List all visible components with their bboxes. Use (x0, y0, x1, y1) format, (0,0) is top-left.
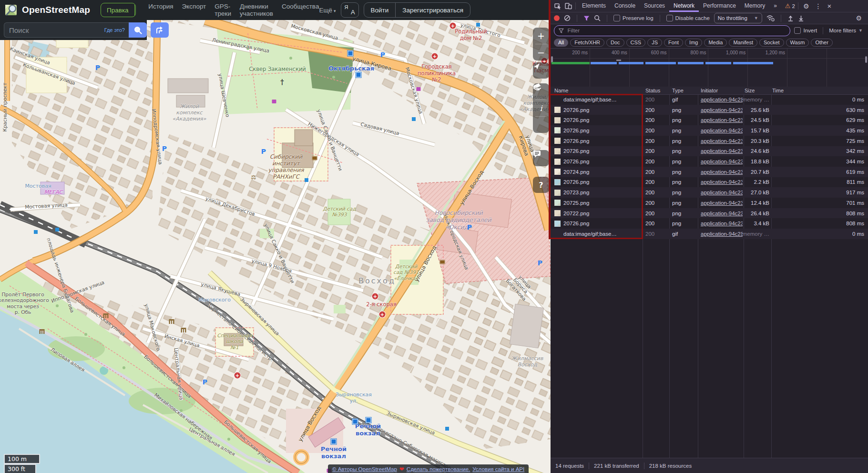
filter-chip-other[interactable]: Other (811, 39, 833, 47)
throttling-select[interactable]: No throttling ▼ (714, 13, 762, 23)
filter-chip-manifest[interactable]: Manifest (729, 39, 757, 47)
table-row[interactable]: 20726.png200pngapplication-94c233e…24.5 … (551, 115, 868, 125)
request-time: 917 ms (817, 190, 864, 195)
where-is-this-link[interactable]: Где это? (104, 27, 125, 33)
invert-toggle[interactable]: Invert (794, 27, 817, 34)
add-note-button[interactable] (533, 150, 549, 166)
table-row[interactable]: 20726.png200pngapplication-94c233e…25.6 … (551, 105, 868, 115)
edit-button-label[interactable]: Правка (101, 7, 134, 14)
donate-link[interactable]: Сделать пожертвование. (407, 466, 470, 472)
filter-chip-socket[interactable]: Socket (759, 39, 784, 47)
disable-cache-toggle[interactable]: Disable cache (666, 15, 710, 21)
table-row[interactable]: 20722.png200pngapplication-94c233e…26.4 … (551, 208, 868, 219)
tile-thumbnail (554, 179, 561, 185)
preserve-log-checkbox[interactable] (613, 15, 620, 21)
osm-logo-icon[interactable] (5, 3, 18, 17)
directions-button[interactable] (151, 22, 169, 38)
table-row[interactable]: 20726.png200pngapplication-94c233e…2.2 k… (551, 177, 868, 188)
attribution-authors-link[interactable]: © Авторы OpenStreetMap (332, 466, 397, 472)
tab-console[interactable]: Console (610, 0, 640, 12)
login-button[interactable]: Войти (364, 7, 396, 14)
search-button[interactable] (129, 22, 147, 38)
nav-link-4[interactable]: Сообщества (282, 3, 319, 17)
more-menu[interactable]: Ещё▾ (319, 7, 336, 14)
zoom-out-button[interactable]: − (533, 44, 549, 60)
table-row[interactable]: 20724.png200pngapplication-94c233e…20.7 … (551, 167, 868, 177)
network-settings-button[interactable]: ⚙ (853, 14, 865, 22)
network-overview[interactable]: 200 ms400 ms600 ms800 ms1,000 ms1,200 ms (551, 49, 868, 89)
locate-button[interactable] (533, 62, 549, 79)
filter-chip-doc[interactable]: Doc (606, 39, 624, 47)
overview-right-handle[interactable] (865, 56, 867, 63)
filter-chip-fetch/xhr[interactable]: Fetch/XHR (570, 39, 604, 47)
filter-chip-media[interactable]: Media (704, 39, 727, 47)
nav-link-3[interactable]: Дневники участников (240, 3, 273, 17)
table-row[interactable]: 20726.png200pngapplication-94c233e…20.3 … (551, 136, 868, 146)
filter-funnel-icon[interactable] (583, 15, 590, 21)
nav-link-0[interactable]: История (148, 3, 173, 17)
request-name: 20725.png (563, 200, 589, 206)
terms-link[interactable]: Условия сайта и API (472, 466, 524, 472)
tab-elements[interactable]: Elements (578, 0, 610, 12)
clear-button[interactable] (564, 15, 571, 21)
table-row[interactable]: data:image/gif;base…200gifapplication-94… (551, 229, 868, 239)
inspect-element-button[interactable] (552, 1, 563, 11)
search-network-button[interactable] (594, 15, 601, 21)
nav-link-1[interactable]: Экспорт (182, 3, 206, 17)
help-button[interactable]: ? (533, 177, 549, 193)
nav-link-2[interactable]: GPS-треки (214, 3, 231, 17)
record-button[interactable] (554, 15, 560, 21)
request-status: 200 (645, 159, 668, 164)
network-filter-input[interactable] (567, 27, 786, 34)
tile-thumbnail (554, 231, 561, 237)
table-row[interactable]: 20723.png200pngapplication-94c233e…27.0 … (551, 187, 868, 198)
zoom-in-button[interactable]: + (533, 28, 549, 44)
warning-icon[interactable]: ⚠ (785, 2, 791, 10)
filter-chip-font[interactable]: Font (664, 39, 683, 47)
legend-button[interactable]: i (533, 100, 549, 116)
request-status: 200 (645, 128, 668, 133)
column-header-size[interactable]: Size (745, 87, 755, 94)
table-row[interactable]: 20726.png200pngapplication-94c233e…24.6 … (551, 146, 868, 157)
devtools-menu-button[interactable]: ⋮ (812, 2, 824, 10)
column-header-type[interactable]: Type (672, 87, 684, 94)
filter-chip-css[interactable]: CSS (626, 39, 646, 47)
network-conditions-button[interactable] (766, 15, 775, 21)
invert-checkbox[interactable] (794, 27, 801, 34)
more-label[interactable]: Ещё (319, 7, 332, 14)
share-button[interactable] (533, 117, 549, 133)
column-header-time[interactable]: Time (772, 87, 784, 94)
filter-chip-wasm[interactable]: Wasm (786, 39, 809, 47)
translate-button[interactable]: Я A (341, 2, 359, 18)
tab-network[interactable]: Network (669, 0, 699, 12)
tab-performance[interactable]: Performance (699, 0, 740, 12)
filter-chip-img[interactable]: Img (685, 39, 702, 47)
table-row[interactable]: data:image/gif;base…200gifapplication-94… (551, 94, 868, 105)
devtools-close-button[interactable]: × (824, 2, 834, 10)
edit-dropdown-caret[interactable]: ▾ (134, 3, 136, 17)
chevron-down-icon: ▼ (754, 16, 758, 20)
device-toolbar-button[interactable] (563, 1, 573, 11)
disable-cache-checkbox[interactable] (666, 15, 673, 21)
table-row[interactable]: 20726.png200pngapplication-94c233e…18.8 … (551, 156, 868, 167)
devtools-settings-button[interactable]: ⚙ (800, 2, 812, 10)
table-row[interactable]: 20726.png200pngapplication-94c233e…15.7 … (551, 125, 868, 136)
filter-chip-all[interactable]: All (554, 39, 568, 47)
more-tabs-button[interactable]: » (769, 0, 781, 12)
more-filters-button[interactable]: More filters ▼ (829, 28, 865, 33)
export-har-button[interactable] (798, 15, 804, 21)
signup-button[interactable]: Зарегистрироваться (395, 3, 470, 17)
preserve-log-toggle[interactable]: Preserve log (613, 15, 654, 21)
import-har-button[interactable] (787, 15, 794, 21)
table-row[interactable]: 20725.png200pngapplication-94c233e…12.4 … (551, 198, 868, 208)
edit-button[interactable]: Правка ▾ (101, 3, 136, 17)
table-row[interactable]: 20726.png200pngapplication-94c233e…3.4 k… (551, 218, 868, 229)
map-canvas[interactable]: Московская улицаМосковская улицаЛенингра… (0, 20, 551, 473)
tab-memory[interactable]: Memory (740, 0, 769, 12)
column-header-initiator[interactable]: Initiator (701, 87, 718, 94)
warning-count[interactable]: 2 (792, 3, 795, 9)
tab-sources[interactable]: Sources (640, 0, 669, 12)
column-header-status[interactable]: Status (645, 87, 660, 94)
column-header-name[interactable]: Name (554, 87, 568, 94)
filter-chip-js[interactable]: JS (647, 39, 662, 47)
